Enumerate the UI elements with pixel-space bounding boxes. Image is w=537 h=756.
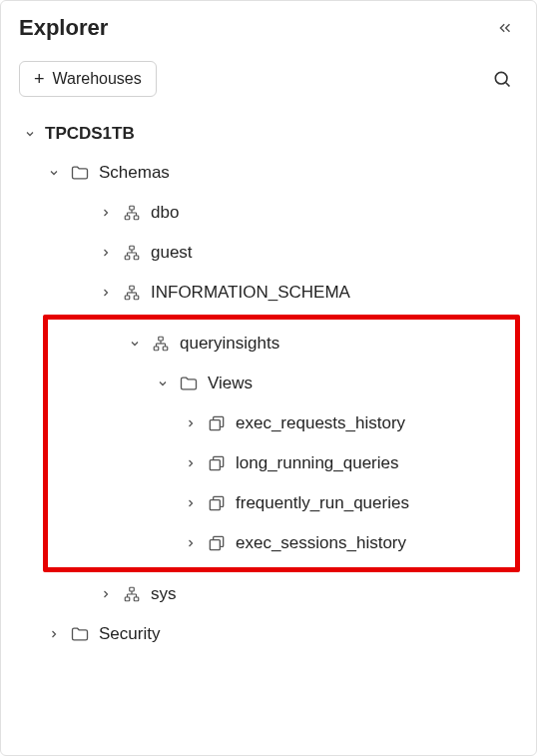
- database-label: TPCDS1TB: [45, 124, 135, 144]
- explorer-header: Explorer: [1, 1, 536, 47]
- view-exec-sessions-history-label: exec_sessions_history: [236, 533, 406, 553]
- tree-node-schema-information-schema[interactable]: INFORMATION_SCHEMA: [95, 273, 528, 313]
- chevron-right-icon: [99, 247, 113, 259]
- tree-node-schema-guest[interactable]: guest: [95, 233, 528, 273]
- svg-rect-33: [210, 460, 220, 470]
- view-icon: [206, 412, 228, 434]
- schema-icon: [121, 583, 143, 605]
- folder-icon: [178, 373, 200, 394]
- svg-rect-11: [134, 256, 139, 260]
- svg-rect-18: [134, 296, 139, 300]
- chevron-right-icon: [99, 207, 113, 219]
- view-exec-requests-history-label: exec_requests_history: [236, 413, 405, 433]
- schema-queryinsights-label: queryinsights: [180, 334, 279, 354]
- tree-node-security[interactable]: Security: [43, 614, 528, 654]
- chevron-right-icon: [184, 497, 198, 509]
- chevron-right-icon: [184, 457, 198, 469]
- svg-point-0: [495, 72, 507, 84]
- schema-information-schema-label: INFORMATION_SCHEMA: [151, 283, 350, 303]
- schema-icon: [121, 202, 143, 224]
- tree-node-view-exec-requests-history[interactable]: exec_requests_history: [180, 403, 515, 443]
- chevron-down-icon: [47, 167, 61, 179]
- chevron-down-icon: [156, 378, 170, 389]
- add-button-label: Warehouses: [53, 70, 142, 88]
- svg-line-1: [506, 83, 510, 87]
- add-warehouses-button[interactable]: + Warehouses: [19, 61, 157, 97]
- chevron-right-icon: [184, 537, 198, 549]
- tree-node-view-frequently-run-queries[interactable]: frequently_run_queries: [180, 483, 515, 523]
- schema-icon: [121, 242, 143, 264]
- svg-rect-16: [130, 286, 135, 290]
- folder-icon: [69, 623, 91, 645]
- search-button[interactable]: [486, 63, 518, 95]
- views-label: Views: [208, 374, 253, 393]
- svg-rect-40: [134, 597, 139, 601]
- view-long-running-queries-label: long_running_queries: [236, 453, 399, 473]
- plus-icon: +: [34, 70, 45, 88]
- view-icon: [206, 452, 228, 474]
- tree-node-schemas[interactable]: Schemas: [43, 153, 528, 193]
- schema-icon: [150, 333, 172, 355]
- schema-sys-label: sys: [151, 584, 177, 604]
- folder-icon: [69, 162, 91, 184]
- chevron-down-icon: [128, 338, 142, 350]
- security-label: Security: [99, 624, 160, 644]
- tree-node-view-exec-sessions-history[interactable]: exec_sessions_history: [180, 523, 515, 563]
- view-frequently-run-queries-label: frequently_run_queries: [236, 493, 409, 513]
- chevron-right-icon: [99, 588, 113, 600]
- view-icon: [206, 532, 228, 554]
- schemas-label: Schemas: [99, 163, 170, 183]
- tree-node-schema-queryinsights[interactable]: queryinsights: [124, 324, 515, 364]
- svg-rect-38: [130, 587, 135, 591]
- explorer-title: Explorer: [19, 15, 108, 41]
- chevron-right-icon: [99, 287, 113, 299]
- schema-guest-label: guest: [151, 243, 193, 263]
- svg-rect-3: [125, 216, 130, 220]
- svg-rect-17: [125, 296, 130, 300]
- chevron-double-left-icon: [496, 19, 514, 37]
- svg-rect-4: [134, 216, 139, 220]
- svg-rect-23: [159, 337, 164, 341]
- collapse-panel-button[interactable]: [492, 15, 518, 41]
- tree-node-schema-dbo[interactable]: dbo: [95, 193, 528, 233]
- explorer-tree: TPCDS1TB Schemas dbo: [1, 107, 536, 662]
- chevron-right-icon: [47, 628, 61, 640]
- svg-rect-2: [130, 206, 135, 210]
- svg-rect-39: [125, 597, 130, 601]
- tree-node-schema-sys[interactable]: sys: [95, 574, 528, 614]
- schema-dbo-label: dbo: [151, 203, 179, 223]
- chevron-right-icon: [184, 417, 198, 429]
- chevron-down-icon: [23, 128, 37, 140]
- svg-rect-25: [163, 347, 168, 351]
- search-icon: [492, 69, 512, 89]
- tree-node-database[interactable]: TPCDS1TB: [19, 115, 528, 153]
- tree-node-views[interactable]: Views: [152, 364, 515, 403]
- svg-rect-37: [210, 540, 220, 550]
- view-icon: [206, 492, 228, 514]
- svg-rect-35: [210, 500, 220, 510]
- svg-rect-9: [130, 246, 135, 250]
- svg-rect-31: [210, 420, 220, 430]
- svg-rect-24: [154, 347, 159, 351]
- explorer-toolbar: + Warehouses: [1, 47, 536, 107]
- schema-icon: [121, 282, 143, 304]
- tree-node-view-long-running-queries[interactable]: long_running_queries: [180, 443, 515, 483]
- svg-rect-10: [125, 256, 130, 260]
- highlight-annotation: queryinsights Views: [43, 315, 520, 572]
